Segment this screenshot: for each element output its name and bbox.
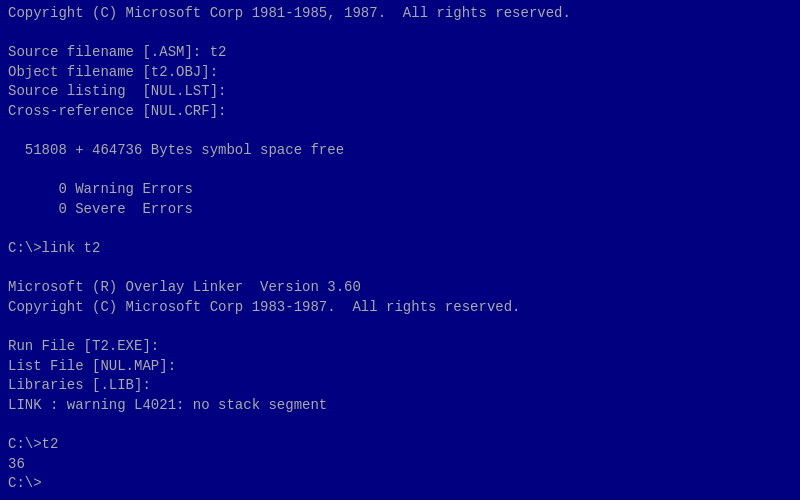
terminal-line [8,318,792,338]
terminal-line: Run File [T2.EXE]: [8,337,792,357]
terminal-line [8,161,792,181]
terminal-line: Object filename [t2.OBJ]: [8,63,792,83]
terminal-line: List File [NUL.MAP]: [8,357,792,377]
terminal-screen: Copyright (C) Microsoft Corp 1981-1985, … [0,0,800,500]
terminal-line: Microsoft (R) Overlay Linker Version 3.6… [8,278,792,298]
terminal-line: Copyright (C) Microsoft Corp 1983-1987. … [8,298,792,318]
terminal-line [8,122,792,142]
terminal-line: LINK : warning L4021: no stack segment [8,396,792,416]
terminal-line: 36 [8,455,792,475]
terminal-line: Source listing [NUL.LST]: [8,82,792,102]
terminal-line: Cross-reference [NUL.CRF]: [8,102,792,122]
terminal-line [8,415,792,435]
terminal-line: Libraries [.LIB]: [8,376,792,396]
terminal-line [8,220,792,240]
terminal-line: Source filename [.ASM]: t2 [8,43,792,63]
terminal-line: 0 Severe Errors [8,200,792,220]
terminal-line [8,24,792,44]
terminal-line: 51808 + 464736 Bytes symbol space free [8,141,792,161]
terminal-line: 0 Warning Errors [8,180,792,200]
terminal-line: C:\>link t2 [8,239,792,259]
terminal-line [8,259,792,279]
terminal-line: Copyright (C) Microsoft Corp 1981-1985, … [8,4,792,24]
terminal-line: C:\> [8,474,792,494]
terminal-line: C:\>t2 [8,435,792,455]
